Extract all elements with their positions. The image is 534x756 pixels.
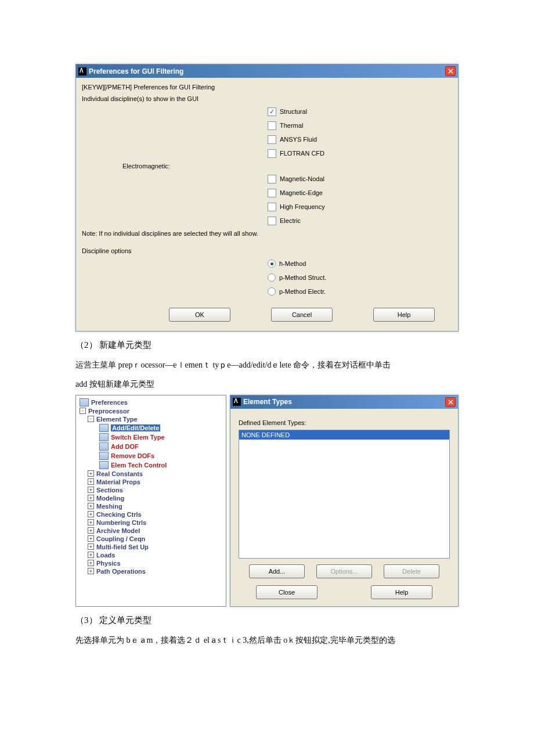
expand-icon[interactable]: + xyxy=(88,560,94,566)
check-label: FLOTRAN CFD xyxy=(280,150,324,157)
tree-item[interactable]: +Meshing xyxy=(77,502,225,510)
dialog-line2: Individual discipline(s) to show in the … xyxy=(82,93,452,105)
selection-note: Note: If no individual disciplines are s… xyxy=(82,228,452,239)
body-paragraph: add 按钮新建单元类型 xyxy=(75,376,459,394)
tree-item[interactable]: +Loads xyxy=(77,551,225,559)
radio-h-method-row: h-Method xyxy=(82,257,452,271)
tree-remove-dofs[interactable]: Remove DOFs xyxy=(77,451,225,460)
check-label: Electric xyxy=(280,217,301,224)
checkbox-flotran[interactable] xyxy=(268,149,276,158)
expand-icon[interactable]: + xyxy=(88,568,94,574)
tree-element-type[interactable]: - Element Type xyxy=(77,415,225,423)
check-label: ANSYS Fluid xyxy=(280,136,317,143)
element-types-dialog: Λ Element Types Defined Element Types: N… xyxy=(230,395,459,607)
dialog-button-row: OK Cancel Help xyxy=(82,298,452,325)
close-icon xyxy=(448,399,453,405)
tree-item[interactable]: +Sections xyxy=(77,486,225,494)
tree-label: Sections xyxy=(96,487,123,494)
command-icon xyxy=(80,398,89,406)
tree-label: Numbering Ctrls xyxy=(96,519,146,526)
preferences-dialog: Λ Preferences for GUI Filtering [KEYW][/… xyxy=(75,64,459,332)
radio-p-struct[interactable] xyxy=(268,273,276,282)
step-2-heading: （2） 新建单元类型 xyxy=(75,340,459,351)
em-group-label: Electromagnetic: xyxy=(82,160,452,172)
checkbox-thermal[interactable] xyxy=(268,121,276,130)
tree-preferences[interactable]: Preferences xyxy=(77,398,225,407)
radio-p-electr[interactable] xyxy=(268,287,276,296)
checkbox-high-freq[interactable] xyxy=(268,203,276,211)
help-button[interactable]: Help xyxy=(373,308,435,322)
tree-item[interactable]: +Multi-field Set Up xyxy=(77,543,225,551)
command-icon xyxy=(99,442,109,451)
tree-item[interactable]: +Modeling xyxy=(77,494,225,502)
checkbox-mag-edge[interactable] xyxy=(268,189,276,197)
tree-label: Real Constants xyxy=(96,470,143,477)
help-button[interactable]: Help xyxy=(371,585,432,599)
expand-icon[interactable]: + xyxy=(88,535,94,542)
checkbox-structural[interactable] xyxy=(268,107,276,116)
check-label: Magnetic-Nodal xyxy=(280,175,324,182)
tree-add-dof[interactable]: Add DOF xyxy=(77,442,225,451)
close-dialog-button[interactable]: Close xyxy=(256,585,317,599)
tree-item[interactable]: +Path Operations xyxy=(77,567,225,575)
tree-item[interactable]: +Checking Ctrls xyxy=(77,510,225,519)
main-menu-tree: Preferences - Preprocessor - Element Typ… xyxy=(75,395,226,607)
radio-p-electr-row: p-Method Electr. xyxy=(82,285,452,298)
tree-item[interactable]: +Coupling / Ceqn xyxy=(77,535,225,543)
tree-item[interactable]: +Physics xyxy=(77,559,225,567)
radio-p-struct-row: p-Method Struct. xyxy=(82,271,452,285)
defined-types-listbox[interactable]: NONE DEFINED xyxy=(239,430,450,559)
tree-label: Preprocessor xyxy=(88,408,129,415)
expand-icon[interactable]: + xyxy=(88,503,94,509)
checkbox-mag-nodal[interactable] xyxy=(268,175,276,183)
expand-icon[interactable]: + xyxy=(88,478,94,485)
tree-label: Path Operations xyxy=(96,568,146,575)
check-label: Magnetic-Edge xyxy=(280,189,323,196)
collapse-icon[interactable]: - xyxy=(88,416,94,422)
defined-types-label: Defined Element Types: xyxy=(239,417,450,429)
tree-add-edit-delete[interactable]: Add/Edit/Delete xyxy=(77,423,225,433)
command-icon xyxy=(99,461,109,469)
tree-label: Remove DOFs xyxy=(111,452,154,459)
collapse-icon[interactable]: - xyxy=(80,408,86,414)
checkbox-ansys-fluid[interactable] xyxy=(268,135,276,144)
tree-label: Archive Model xyxy=(96,527,140,534)
check-mag-edge-row: Magnetic-Edge xyxy=(82,186,452,200)
tree-item[interactable]: +Numbering Ctrls xyxy=(77,519,225,527)
tree-preprocessor[interactable]: - Preprocessor xyxy=(77,407,225,415)
expand-icon[interactable]: + xyxy=(88,470,94,477)
expand-icon[interactable]: + xyxy=(88,487,94,493)
list-item[interactable]: NONE DEFINED xyxy=(239,430,449,440)
tree-label: Preferences xyxy=(91,399,128,406)
command-icon xyxy=(99,452,109,460)
expand-icon[interactable]: + xyxy=(88,552,94,558)
tree-switch-elem[interactable]: Switch Elem Type xyxy=(77,433,225,442)
tree-item[interactable]: +Archive Model xyxy=(77,527,225,535)
cancel-button[interactable]: Cancel xyxy=(271,308,333,322)
tree-item[interactable]: +Real Constants xyxy=(77,470,225,478)
tree-elem-tech[interactable]: Elem Tech Control xyxy=(77,460,225,470)
tree-label: Switch Elem Type xyxy=(111,434,165,441)
expand-icon[interactable]: + xyxy=(88,495,94,501)
add-button[interactable]: Add... xyxy=(249,564,305,578)
tree-item[interactable]: +Material Props xyxy=(77,478,225,486)
tree-label: Checking Ctrls xyxy=(96,511,142,518)
dialog-title: Element Types xyxy=(243,398,292,406)
ok-button[interactable]: OK xyxy=(169,308,230,322)
check-mag-nodal-row: Magnetic-Nodal xyxy=(82,172,452,186)
expand-icon[interactable]: + xyxy=(88,519,94,525)
expand-icon[interactable]: + xyxy=(88,527,94,534)
close-icon xyxy=(448,69,453,74)
close-button[interactable] xyxy=(445,397,456,407)
body-paragraph: 先选择单元为 bｅａm，接着选２ｄ elａsｔｉc 3,然后单击 oｋ按钮拟定,… xyxy=(75,632,459,650)
close-button[interactable] xyxy=(445,66,456,76)
dialog-title: Preferences for GUI Filtering xyxy=(89,67,183,75)
expand-icon[interactable]: + xyxy=(88,511,94,517)
radio-h-method[interactable] xyxy=(268,260,276,268)
checkbox-electric[interactable] xyxy=(268,217,276,225)
command-icon xyxy=(99,433,109,441)
expand-icon[interactable]: + xyxy=(88,543,94,550)
check-thermal-row: Thermal xyxy=(82,118,452,132)
body-paragraph: 运营主菜单 prepｒocessor—eｌemenｔ tyｐe—add/edit… xyxy=(75,357,459,375)
check-label: Thermal xyxy=(280,122,303,129)
